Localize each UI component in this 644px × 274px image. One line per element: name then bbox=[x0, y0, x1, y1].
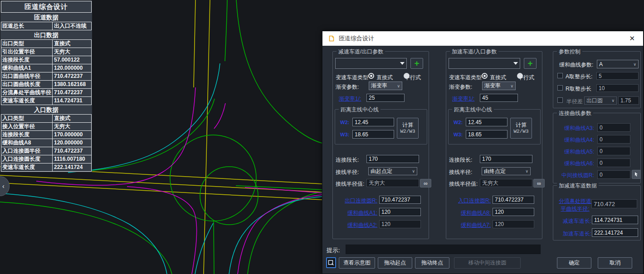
group-legend: 参数控制 bbox=[557, 48, 582, 56]
r-step-label: R取整步长 bbox=[566, 85, 591, 93]
exit-circle-r-input[interactable] bbox=[379, 196, 421, 204]
calc-w2-w3-button[interactable]: 计算 W2/W3 bbox=[397, 118, 419, 139]
drag-end-button[interactable]: 拖动终点 bbox=[415, 257, 449, 269]
nose-radius-link[interactable]: 分流鼻处匝道 平曲线半径: bbox=[558, 197, 592, 213]
spiral-a7-input bbox=[493, 220, 534, 228]
spiral-a8-link[interactable]: 缓和曲线A8: bbox=[448, 209, 491, 217]
radius-diff-checkbox[interactable] bbox=[557, 97, 563, 103]
chevron-down-icon: ∨ bbox=[611, 98, 615, 103]
window-preview-icon bbox=[328, 260, 334, 266]
spiral-a7-link[interactable]: 缓和曲线A7: bbox=[448, 221, 491, 229]
segment-length-input[interactable] bbox=[480, 155, 532, 163]
radio-direct[interactable] bbox=[482, 73, 488, 79]
row-label: 出口圆曲线长度 bbox=[1, 81, 53, 88]
wire-radius-select[interactable]: 由起点定 ∨ bbox=[368, 167, 417, 175]
taper-param-select[interactable]: 渐变率 ∨ bbox=[482, 82, 516, 90]
spiral-param-select[interactable]: A ∨ bbox=[597, 60, 639, 68]
spiral-a2-link[interactable]: 缓和曲线A2: bbox=[335, 221, 377, 229]
radio-direct-label[interactable]: 直接式 bbox=[490, 74, 506, 82]
decel-lane-select[interactable] bbox=[335, 58, 407, 69]
taper-rate-input[interactable] bbox=[480, 94, 518, 102]
table-row: 入口连接圆长度1116.007180 bbox=[1, 155, 91, 163]
taper-rate-link[interactable]: 渐变率1/: bbox=[339, 95, 361, 103]
add-decel-lane-button[interactable]: + bbox=[410, 58, 423, 69]
spiral-a1-input[interactable] bbox=[379, 208, 421, 216]
infinity-button[interactable]: ∞ bbox=[420, 179, 431, 187]
entry-circle-r-link[interactable]: 入口连接圆R: bbox=[448, 197, 491, 205]
pick-on-screen-button[interactable] bbox=[632, 170, 641, 179]
ok-button[interactable]: 确定 bbox=[557, 257, 591, 269]
view-sketch-button[interactable]: 查看示意图 bbox=[339, 257, 375, 269]
accel-entry-params-group: 加速车道/入口参数 + 变速车道类型 直接式 平行式 渐变参数: 渐变率 ∨ 渐… bbox=[446, 51, 542, 239]
group-legend: 加减速车道数据 bbox=[557, 182, 599, 190]
wire-radius-value-label: 接线半径值: bbox=[336, 180, 364, 188]
segment-length-input[interactable] bbox=[366, 155, 419, 163]
group-legend: 减速车道/出口参数 bbox=[337, 48, 385, 56]
spiral-a3-input bbox=[597, 123, 630, 132]
row-label: 入口类型 bbox=[1, 115, 53, 122]
group-legend: 加速车道/入口参数 bbox=[450, 48, 498, 56]
table-row: 分流鼻处平曲线半径710.472237 bbox=[1, 88, 91, 96]
drag-start-button[interactable]: 拖动起点 bbox=[378, 257, 412, 269]
table-row: 缓和曲线A1120.000000 bbox=[1, 64, 91, 72]
taper-rate-input[interactable] bbox=[366, 94, 405, 102]
radio-parallel-label[interactable]: 平行式 bbox=[518, 74, 534, 82]
cancel-button[interactable]: 取消 bbox=[598, 257, 632, 269]
close-icon[interactable]: ✕ bbox=[626, 34, 638, 43]
a-step-checkbox[interactable] bbox=[557, 73, 563, 78]
radio-direct[interactable] bbox=[368, 73, 374, 79]
taper-rate-link[interactable]: 渐变率1/: bbox=[452, 95, 474, 103]
accel-length-input[interactable] bbox=[592, 228, 638, 237]
row-value: 1116.007180 bbox=[53, 155, 91, 163]
row-value: 57.000122 bbox=[53, 56, 91, 64]
selected-value: 出口圆 bbox=[586, 97, 603, 105]
spiral-a5-input bbox=[597, 147, 630, 155]
calc-sublabel: W2/W3 bbox=[513, 128, 528, 135]
calc-w2-w3-button[interactable]: 计算 W2/W3 bbox=[510, 118, 532, 139]
entry-data-table: 入口类型直接式接入位置半径无穷大连接段长度170.000000缓和曲线A8120… bbox=[1, 114, 92, 172]
add-accel-lane-button[interactable]: + bbox=[524, 58, 537, 69]
decel-exit-params-group: 减速车道/出口参数 + 变速车道类型 直接式 平行式 渐变参数: 渐变率 ∨ 渐… bbox=[332, 51, 429, 239]
spiral-a8-input[interactable] bbox=[493, 208, 534, 216]
spiral-a4-input bbox=[597, 135, 630, 144]
decel-length-input[interactable] bbox=[592, 216, 638, 224]
row-label: 接入位置半径 bbox=[1, 123, 53, 130]
r-step-checkbox[interactable] bbox=[557, 85, 563, 91]
row-value: 无穷大 bbox=[53, 123, 91, 130]
row-value: 222.141724 bbox=[53, 163, 91, 171]
preview-toggle-button[interactable] bbox=[326, 257, 336, 268]
spiral-a1-link[interactable]: 缓和曲线A1: bbox=[335, 209, 377, 217]
exit-circle-r-link[interactable]: 出口连接圆R: bbox=[335, 197, 377, 205]
mid-circle-r-label: 中间接线圆R: bbox=[555, 172, 594, 179]
w2-input[interactable] bbox=[466, 118, 507, 126]
a-step-input bbox=[596, 72, 639, 80]
spiral-a5-label: 缓和曲线A5: bbox=[555, 148, 594, 156]
calc-label: 计算 bbox=[516, 122, 527, 128]
w3-input[interactable] bbox=[352, 130, 394, 139]
w2-label: W2: bbox=[454, 120, 463, 125]
accel-lane-select[interactable] bbox=[449, 58, 520, 69]
row-label: 缓和曲线A8 bbox=[1, 139, 53, 147]
row-label: 连接段长度 bbox=[1, 56, 53, 64]
taper-param-select[interactable]: 渐变率 ∨ bbox=[369, 82, 402, 90]
entry-circle-r-input[interactable] bbox=[493, 196, 534, 204]
chevron-down-icon: ∨ bbox=[525, 169, 528, 173]
row-label: 变速车道长度 bbox=[1, 163, 53, 171]
w3-input[interactable] bbox=[466, 130, 507, 139]
radio-parallel-label[interactable]: 平行式 bbox=[405, 74, 421, 82]
radio-direct-label[interactable]: 直接式 bbox=[376, 74, 393, 82]
panel-title: 匝道综合设计 bbox=[1, 1, 92, 13]
app-cube-icon bbox=[328, 35, 335, 42]
nose-radius-link-line1: 分流鼻处匝道 bbox=[558, 197, 592, 205]
row-label: 引出位置半径 bbox=[1, 48, 53, 56]
hint-label: 提示: bbox=[327, 246, 340, 255]
w2-label: W2: bbox=[340, 120, 349, 125]
infinity-button[interactable]: ∞ bbox=[533, 179, 545, 187]
ramp-data-panel: 匝道综合设计 匝道数据 匝道总长出入口不连续 出口数据 出口类型直接式引出位置半… bbox=[0, 0, 92, 172]
w2-input[interactable] bbox=[352, 118, 394, 126]
spiral-a3-label: 缓和曲线A3: bbox=[555, 125, 594, 132]
row-label: 入口连接圆长度 bbox=[1, 155, 53, 163]
wire-radius-select[interactable]: 由终点定 ∨ bbox=[482, 167, 531, 175]
spiral-a6-label: 缓和曲线A6: bbox=[555, 160, 594, 168]
table-row: 入口类型直接式 bbox=[1, 115, 91, 122]
